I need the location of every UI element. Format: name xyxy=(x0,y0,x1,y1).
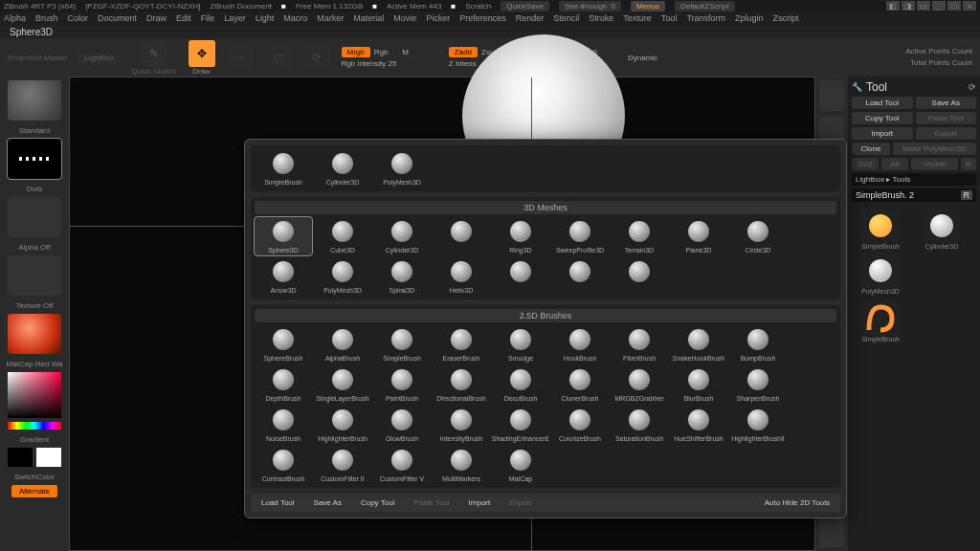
color-main[interactable] xyxy=(8,448,33,467)
popup-item[interactable]: ContrastBrush xyxy=(255,446,312,484)
popup-item[interactable]: DecoBrush xyxy=(492,365,549,404)
popup-item[interactable]: Cube3D xyxy=(314,217,371,255)
menus-button[interactable]: Menus xyxy=(631,1,665,11)
refresh-icon[interactable]: ⟳ xyxy=(969,82,976,92)
popup-item[interactable]: ColorizeBrush xyxy=(551,406,609,444)
all-button[interactable]: All xyxy=(881,158,908,170)
popup-item[interactable] xyxy=(492,257,549,296)
menu-marker[interactable]: Marker xyxy=(317,13,344,23)
popup-item[interactable]: Spiral3D xyxy=(373,257,431,296)
popup-item[interactable]: BlurBrush xyxy=(670,365,727,404)
menu-zscript[interactable]: Zscript xyxy=(773,13,799,23)
popup-item[interactable]: CustomFilter II xyxy=(314,446,371,484)
rgb-toggle[interactable]: Rgb xyxy=(374,48,389,56)
p-export-button[interactable]: Export xyxy=(501,496,539,509)
popup-item[interactable]: ShadingEnhancerE xyxy=(492,406,549,444)
popup-item[interactable]: EraserBrush xyxy=(433,325,490,364)
goz-button[interactable]: GoZ xyxy=(852,158,879,170)
hue-slider[interactable] xyxy=(8,422,61,430)
tool-item[interactable]: Cylinder3D xyxy=(913,209,970,250)
menu-texture[interactable]: Texture xyxy=(623,13,652,23)
menu-picker[interactable]: Picker xyxy=(426,13,450,23)
projection-master[interactable]: Projection Master xyxy=(8,54,67,62)
menu-document[interactable]: Document xyxy=(98,13,137,23)
menu-render[interactable]: Render xyxy=(516,13,545,23)
popup-item[interactable]: NoiseBrush xyxy=(255,406,312,444)
color-sec[interactable] xyxy=(36,448,61,467)
popup-item[interactable]: AlphaBrush xyxy=(314,325,371,364)
popup-item[interactable]: HueShifterBrush xyxy=(670,406,727,444)
popup-item[interactable]: SharpenBrush xyxy=(729,365,787,404)
popup-item[interactable]: HighlighterBrush xyxy=(314,406,371,444)
popup-item[interactable]: IntensityBrush xyxy=(433,406,490,444)
p-import-button[interactable]: Import xyxy=(461,496,499,509)
saveas-button[interactable]: Save As xyxy=(916,97,977,109)
material-thumb[interactable] xyxy=(8,314,61,354)
menu-preferences[interactable]: Preferences xyxy=(459,13,506,23)
bpr-icon[interactable] xyxy=(819,80,844,111)
popup-item[interactable]: PolyMesh3D xyxy=(314,257,371,296)
copy-tool-button[interactable]: Copy Tool xyxy=(852,112,913,124)
load-tool-button[interactable]: Load Tool xyxy=(852,97,913,109)
popup-item[interactable]: MultiMarkers xyxy=(433,446,490,484)
menu-tool[interactable]: Tool xyxy=(661,13,678,23)
menu-movie[interactable]: Movie xyxy=(393,13,416,23)
popup-item[interactable]: MatCap xyxy=(492,446,549,484)
popup-item[interactable]: SnakeHookBrush xyxy=(670,325,727,364)
popup-item[interactable]: GlowBrush xyxy=(373,406,431,444)
default-zscript[interactable]: DefaultZScript xyxy=(675,1,735,11)
win-btn[interactable]: ◨ xyxy=(902,1,915,11)
p-copy-button[interactable]: Copy Tool xyxy=(353,496,402,509)
texture-thumb[interactable] xyxy=(8,255,61,296)
popup-item[interactable]: Arrow3D xyxy=(255,257,312,296)
menu-stroke[interactable]: Stroke xyxy=(589,13,613,23)
menu-layer[interactable]: Layer xyxy=(224,13,246,23)
scale-gizmo[interactable]: ◻ xyxy=(265,44,292,71)
quick-sketch[interactable]: ✎Quick Sketch xyxy=(131,40,176,76)
popup-item[interactable]: HighlighterBrushII xyxy=(729,406,787,444)
popup-item[interactable]: Cylinder3D xyxy=(373,217,431,255)
brush-thumb[interactable] xyxy=(8,80,61,121)
draw-button[interactable]: ✥Draw xyxy=(189,40,215,76)
popup-item[interactable]: SaturationBrush xyxy=(611,406,668,444)
m-toggle[interactable]: M xyxy=(402,48,409,56)
breadcrumb[interactable]: Lightbox ▸ Tools xyxy=(852,173,976,186)
move-gizmo[interactable]: ↔ xyxy=(227,44,254,71)
menu-transform[interactable]: Transform xyxy=(686,13,725,23)
popup-item[interactable]: SimpleBrush xyxy=(373,325,431,364)
mrgb-toggle[interactable]: Mrgb xyxy=(342,47,370,57)
switchcolor-button[interactable]: SwitchColor xyxy=(14,473,56,481)
grid-icon[interactable] xyxy=(819,517,844,547)
r-button[interactable]: R xyxy=(961,158,976,170)
menu-light[interactable]: Light xyxy=(256,13,275,23)
tool-item[interactable]: SimpleBrush xyxy=(852,209,909,250)
popup-item[interactable] xyxy=(551,257,609,296)
popup-item[interactable]: SingleLayerBrush xyxy=(314,365,371,404)
import-button[interactable]: Import xyxy=(852,127,913,140)
menu-draw[interactable]: Draw xyxy=(146,13,167,23)
alpha-thumb[interactable] xyxy=(8,197,61,237)
popup-item[interactable]: Plane3D xyxy=(670,217,727,255)
tool-item[interactable]: PolyMesh3D xyxy=(852,253,909,295)
p-paste-button[interactable]: Paste Tool xyxy=(406,496,457,509)
menu-color[interactable]: Color xyxy=(68,13,89,23)
clone-button[interactable]: Clone xyxy=(852,143,890,155)
popup-item[interactable] xyxy=(433,217,490,255)
zadd-toggle[interactable]: Zadd xyxy=(449,47,478,57)
popup-item[interactable]: BumpBrush xyxy=(729,325,787,364)
popup-item[interactable]: MRGBZGrabber xyxy=(611,365,668,404)
quicksave-button[interactable]: QuickSave xyxy=(501,1,549,11)
menu-zplugin[interactable]: Zplugin xyxy=(735,13,764,23)
popup-item[interactable]: Circle3D xyxy=(729,217,787,255)
stroke-thumb[interactable] xyxy=(8,139,61,179)
seethrough-label[interactable]: See-through 0 xyxy=(559,1,621,11)
p-autohide-button[interactable]: Auto Hide 2D Tools xyxy=(757,496,837,509)
menu-stencil[interactable]: Stencil xyxy=(553,13,579,23)
simplebrush-extra[interactable]: SimpleBrush xyxy=(852,301,909,342)
export-button[interactable]: Export xyxy=(916,127,977,140)
lightbox-button[interactable]: LightBox xyxy=(78,53,120,63)
p-load-button[interactable]: Load Tool xyxy=(254,496,302,509)
popup-item[interactable]: PolyMesh3D xyxy=(373,149,431,187)
popup-item[interactable]: SphereBrush xyxy=(255,325,312,364)
popup-item[interactable]: ClonerBrush xyxy=(551,365,609,404)
